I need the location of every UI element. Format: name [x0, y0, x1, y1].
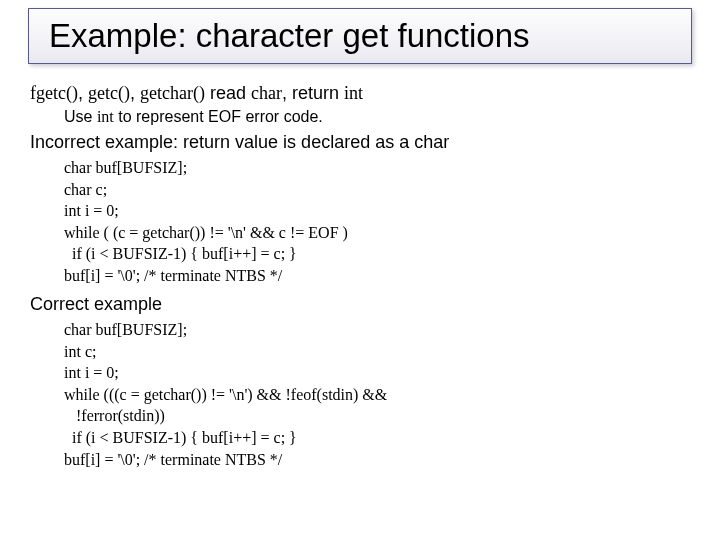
slide: Example: character get functions fgetc()… [0, 0, 720, 540]
code-line: if (i < BUFSIZ-1) { buf[i++] = c; } [64, 427, 690, 449]
text-span: , [78, 83, 88, 103]
code-span: getchar() [140, 83, 205, 103]
code-line: buf[i] = '\0'; /* terminate NTBS */ [64, 265, 690, 287]
code-span: fgetc() [30, 83, 78, 103]
code-line: int c; [64, 341, 690, 363]
code-line: int i = 0; [64, 362, 690, 384]
code-line: char c; [64, 179, 690, 201]
text-span: read [205, 83, 251, 103]
bullet-use-int: Use int to represent EOF error code. [64, 107, 690, 127]
title-box: Example: character get functions [28, 8, 692, 64]
text-span: , return [282, 83, 344, 103]
code-line: char buf[BUFSIZ]; [64, 319, 690, 341]
code-span: getc() [88, 83, 130, 103]
code-block-correct: char buf[BUFSIZ]; int c; int i = 0; whil… [64, 319, 690, 470]
code-line: while ( (c = getchar()) != '\n' && c != … [64, 222, 690, 244]
text-span: , [130, 83, 140, 103]
text-span: to represent EOF error code. [114, 108, 323, 125]
text-span: Use [64, 108, 97, 125]
code-line: char buf[BUFSIZ]; [64, 157, 690, 179]
code-line: buf[i] = '\0'; /* terminate NTBS */ [64, 449, 690, 471]
bullet-incorrect: Incorrect example: return value is decla… [30, 131, 690, 154]
code-line: while (((c = getchar()) != '\n') && !feo… [64, 384, 690, 406]
code-line: if (i < BUFSIZ-1) { buf[i++] = c; } [64, 243, 690, 265]
bullet-correct: Correct example [30, 293, 690, 316]
slide-title: Example: character get functions [49, 17, 530, 55]
code-line: int i = 0; [64, 200, 690, 222]
bullet-fgetc-line: fgetc(), getc(), getchar() read char, re… [30, 82, 690, 105]
code-span: int [97, 108, 114, 125]
code-span: char [251, 83, 282, 103]
code-block-incorrect: char buf[BUFSIZ]; char c; int i = 0; whi… [64, 157, 690, 287]
code-line: !ferror(stdin)) [64, 405, 690, 427]
code-span: int [344, 83, 363, 103]
slide-content: fgetc(), getc(), getchar() read char, re… [30, 78, 690, 476]
